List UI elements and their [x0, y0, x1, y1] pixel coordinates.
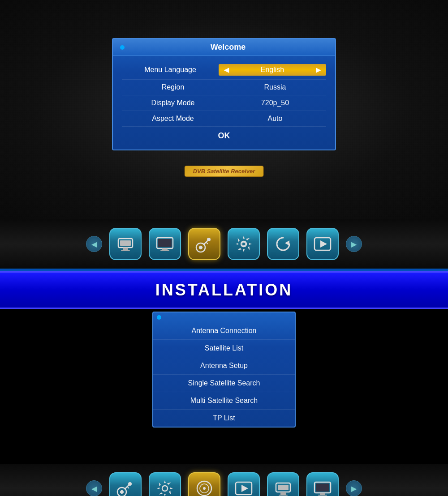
menu-language-value[interactable]: ◀ English ▶ — [219, 64, 326, 76]
svg-rect-30 — [278, 485, 289, 490]
installation-menu: Antenna Connection Satellite List Antenn… — [152, 312, 296, 428]
svg-marker-15 — [285, 240, 289, 246]
dialog-dot — [120, 45, 125, 50]
top-nav-left-arrow[interactable]: ◀ — [86, 236, 102, 252]
dialog-title: Welcome — [128, 43, 328, 52]
display-mode-row[interactable]: Display Mode 720p_50 — [122, 95, 326, 111]
dialog-title-bar: Welcome — [113, 39, 335, 56]
region-row[interactable]: Region Russia — [122, 80, 326, 95]
aspect-mode-row[interactable]: Aspect Mode Auto — [122, 111, 326, 127]
display-mode-label: Display Mode — [122, 99, 224, 107]
bottom-nav-icon-disc[interactable] — [188, 472, 220, 496]
svg-marker-17 — [320, 240, 327, 248]
menu-language-label: Menu Language — [122, 66, 219, 74]
aspect-mode-value: Auto — [224, 115, 326, 123]
bottom-nav-icon-satellite[interactable] — [109, 472, 142, 496]
svg-point-14 — [242, 242, 246, 246]
nav-icon-display[interactable] — [149, 228, 181, 260]
nav-icon-settings[interactable] — [228, 228, 260, 260]
welcome-dialog: Welcome Menu Language ◀ English ▶ Region… — [112, 38, 336, 150]
top-nav-right-arrow[interactable]: ▶ — [346, 236, 362, 252]
menu-item-satellite-list[interactable]: Satellite List — [153, 340, 295, 357]
bottom-nav-left-arrow[interactable]: ◀ — [86, 480, 102, 496]
menu-item-tp-list[interactable]: TP List — [153, 410, 295, 427]
svg-rect-36 — [318, 495, 327, 496]
svg-point-20 — [128, 482, 132, 486]
right-arrow-icon[interactable]: ▶ — [316, 66, 321, 73]
region-label: Region — [122, 83, 224, 91]
bottom-nav-bar: ◀ — [0, 464, 448, 496]
bottom-nav-icon-hdmi[interactable] — [267, 472, 299, 496]
dialog-body: Menu Language ◀ English ▶ Region Russia … — [113, 56, 335, 150]
svg-rect-6 — [162, 248, 168, 250]
bottom-nav-icon-display[interactable] — [306, 472, 339, 496]
nav-icon-satellite[interactable] — [188, 228, 220, 260]
svg-point-10 — [207, 238, 211, 241]
svg-line-21 — [127, 487, 129, 488]
installation-header: INSTALLATION — [0, 271, 448, 309]
nav-icon-media[interactable] — [306, 228, 339, 260]
svg-rect-3 — [121, 250, 130, 251]
region-value: Russia — [224, 83, 326, 91]
dvb-badge: DVB Satellite Receiver — [185, 166, 264, 177]
menu-item-multi-satellite-search[interactable]: Multi Satellite Search — [153, 392, 295, 410]
svg-rect-35 — [320, 493, 325, 495]
svg-point-26 — [203, 487, 206, 490]
svg-rect-34 — [316, 483, 329, 492]
svg-rect-7 — [160, 250, 169, 251]
left-arrow-icon[interactable]: ◀ — [224, 66, 229, 73]
dialog-ok-area[interactable]: OK — [122, 127, 326, 141]
menu-item-antenna-connection[interactable]: Antenna Connection — [153, 322, 295, 340]
aspect-mode-label: Aspect Mode — [122, 115, 224, 123]
svg-rect-1 — [120, 240, 131, 246]
bottom-nav-icon-media[interactable] — [228, 472, 260, 496]
bottom-nav-right-arrow[interactable]: ▶ — [346, 480, 362, 496]
svg-rect-32 — [279, 495, 288, 496]
installation-title: INSTALLATION — [0, 281, 448, 299]
svg-marker-28 — [241, 485, 248, 492]
svg-point-12 — [198, 245, 203, 250]
svg-line-11 — [206, 242, 208, 244]
nav-icon-refresh[interactable] — [267, 228, 299, 260]
svg-rect-31 — [280, 492, 286, 495]
installation-section: INSTALLATION Antenna Connection Satellit… — [0, 271, 448, 464]
menu-item-antenna-setup[interactable]: Antenna Setup — [153, 357, 295, 375]
menu-language-text: English — [261, 66, 284, 74]
svg-point-22 — [119, 489, 124, 494]
top-nav-bar: ◀ — [0, 219, 448, 269]
top-section: STORM Welcome Menu Language ◀ English ▶ … — [0, 0, 448, 219]
svg-point-23 — [162, 486, 168, 491]
menu-language-row[interactable]: Menu Language ◀ English ▶ — [122, 60, 326, 80]
bottom-nav-icon-settings[interactable] — [149, 472, 181, 496]
ok-button[interactable]: OK — [218, 131, 230, 140]
nav-icon-hdmi[interactable] — [109, 228, 142, 260]
display-mode-value: 720p_50 — [224, 99, 326, 107]
svg-rect-2 — [123, 248, 128, 250]
svg-rect-5 — [158, 239, 172, 247]
menu-item-single-satellite-search[interactable]: Single Satellite Search — [153, 375, 295, 392]
installation-menu-dot — [157, 315, 161, 320]
